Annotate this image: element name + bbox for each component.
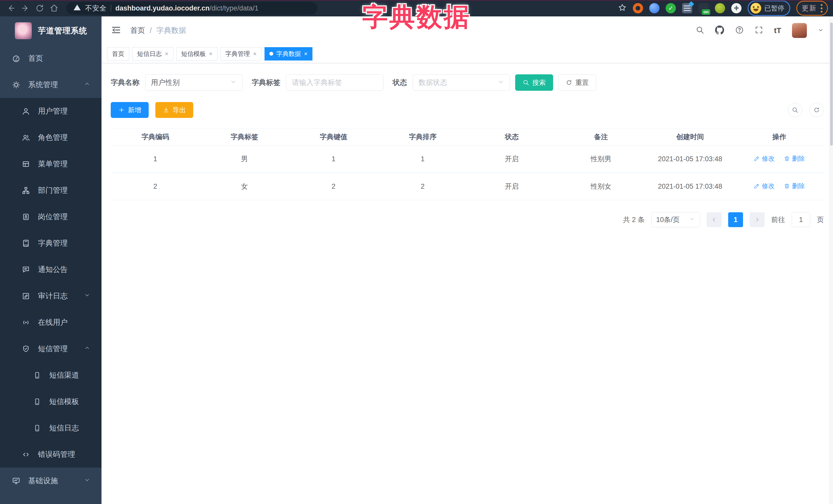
url-divider [111, 5, 111, 12]
close-icon[interactable]: × [304, 51, 308, 57]
dict-label-input[interactable] [286, 74, 383, 91]
reset-button[interactable]: 重置 [558, 74, 596, 91]
user-avatar[interactable] [792, 23, 807, 38]
page-unit-label: 页 [817, 215, 824, 224]
col-header-value: 字典键值 [289, 128, 378, 145]
app-logo [15, 22, 32, 39]
browser-reload-icon[interactable] [34, 2, 46, 14]
sidebar-item-home[interactable]: 首页 [0, 45, 101, 72]
page-scrollbar[interactable] [829, 17, 833, 504]
delete-link[interactable]: 删除 [784, 154, 805, 163]
refresh-table-button[interactable] [809, 103, 824, 117]
extension-sprout-icon[interactable] [715, 3, 725, 13]
app-title: 芋道管理系统 [38, 25, 87, 36]
goto-page-input[interactable] [792, 212, 810, 227]
prev-page-button[interactable] [707, 212, 721, 227]
browser-menu-kebab-icon[interactable] [821, 4, 823, 13]
tab-sms-template[interactable]: 短信模板× [176, 47, 217, 61]
sidebar-item-sms-channel[interactable]: 短信渠道 [0, 362, 101, 388]
sidebar-item-dict-management[interactable]: 字典管理 [0, 230, 101, 256]
sidebar-item-infrastructure[interactable]: 基础设施 [0, 467, 101, 494]
breadcrumb-separator: / [150, 26, 152, 35]
sidebar-item-audit-log[interactable]: 审计日志 [0, 283, 101, 309]
sidebar-item-user-management[interactable]: 用户管理 [0, 98, 101, 124]
edit-link[interactable]: 修改 [754, 182, 775, 190]
table-row[interactable]: 2 女 2 2 开启 性别女 2021-01-05 17:03:48 修改 删除 [111, 173, 824, 200]
annotation-overlay-title: 字典数据 [362, 0, 471, 34]
dashboard-icon [12, 54, 21, 63]
close-icon[interactable]: × [165, 51, 168, 57]
delete-link[interactable]: 删除 [784, 182, 805, 190]
browser-update-button[interactable]: 更新 [796, 1, 828, 16]
monitor-icon [12, 477, 21, 485]
status-select[interactable]: 数据状态 [413, 74, 510, 91]
tags-view-bar: 首页 短信日志× 短信模板× 字典管理× 字典数据× [101, 45, 833, 63]
sidebar-item-system-management[interactable]: 系统管理 [0, 72, 101, 98]
chevron-up-icon [84, 80, 91, 89]
scrollbar-thumb[interactable] [830, 23, 833, 146]
profile-paused-pill[interactable]: 已暂停 [748, 1, 790, 16]
search-button[interactable]: 搜索 [515, 74, 553, 91]
add-button[interactable]: 新增 [111, 102, 149, 118]
next-page-button[interactable] [750, 212, 765, 227]
dict-data-table: 字典编码 字典标签 字典键值 字典排序 状态 备注 创建时间 操作 1 男 1 [111, 128, 824, 200]
extension-orange-icon[interactable] [633, 3, 643, 13]
browser-forward-icon[interactable] [20, 2, 31, 14]
sidebar-item-dept-management[interactable]: 部门管理 [0, 177, 101, 203]
page-content: 字典名称 用户性别 字典标签 状态 数据状态 搜索 [101, 63, 833, 504]
sidebar-collapse-icon[interactable] [111, 25, 121, 37]
bookmark-star-icon[interactable] [618, 3, 627, 13]
browser-back-icon[interactable] [5, 2, 17, 14]
sidebar-item-error-code[interactable]: 错误码管理 [0, 441, 101, 467]
dictionary-book-icon [22, 239, 30, 247]
github-icon[interactable] [715, 25, 724, 35]
toggle-search-button[interactable] [788, 103, 802, 117]
not-secure-warning-icon [73, 4, 81, 13]
font-size-icon[interactable]: tT [774, 26, 781, 35]
status-label: 状态 [392, 78, 407, 88]
chevron-down-icon [84, 291, 91, 301]
help-icon[interactable] [735, 26, 744, 35]
extension-blue-icon[interactable] [649, 3, 660, 13]
tab-sms-log[interactable]: 短信日志× [132, 47, 173, 61]
user-icon [22, 107, 30, 115]
dict-name-select[interactable]: 用户性别 [145, 74, 242, 91]
sidebar-item-notice[interactable]: 通知公告 [0, 256, 101, 283]
table-row[interactable]: 1 男 1 1 开启 性别男 2021-01-05 17:03:48 修改 删除 [111, 145, 824, 173]
sidebar-item-sms-log[interactable]: 短信日志 [0, 415, 101, 441]
search-form: 字典名称 用户性别 字典标签 状态 数据状态 搜索 [111, 74, 824, 91]
sidebar-item-role-management[interactable]: 角色管理 [0, 124, 101, 151]
sidebar-item-sms-management[interactable]: 短信管理 [0, 336, 101, 362]
export-button[interactable]: 导出 [155, 102, 193, 118]
header-search-icon[interactable] [696, 26, 704, 35]
org-tree-icon [22, 186, 30, 195]
extension-green-check-icon[interactable]: ✓ [666, 3, 676, 13]
tab-dict-management[interactable]: 字典管理× [220, 47, 261, 61]
sidebar-item-menu-management[interactable]: 菜单管理 [0, 151, 101, 177]
extension-sliders-icon[interactable] [682, 3, 692, 13]
close-icon[interactable]: × [253, 51, 257, 57]
sidebar-item-sms-template[interactable]: 短信模板 [0, 388, 101, 415]
close-icon[interactable]: × [209, 51, 213, 57]
goto-label: 前往 [771, 215, 785, 224]
table-header-row: 字典编码 字典标签 字典键值 字典排序 状态 备注 创建时间 操作 [111, 128, 824, 145]
breadcrumb-home[interactable]: 首页 [130, 25, 145, 35]
page-size-select[interactable]: 10条/页 [651, 212, 700, 227]
extension-puzzle-icon[interactable]: ✚ [731, 3, 741, 13]
tab-home[interactable]: 首页 [107, 47, 129, 61]
tab-dict-data[interactable]: 字典数据× [264, 47, 312, 61]
edit-link[interactable]: 修改 [754, 154, 775, 163]
avatar-caret-down-icon[interactable] [818, 27, 824, 34]
chevron-down-icon [84, 476, 91, 485]
sidebar-logo-row[interactable]: 芋道管理系统 [0, 17, 101, 45]
fullscreen-icon[interactable] [755, 26, 763, 35]
total-count-label: 共 2 条 [623, 215, 645, 224]
page-number-button[interactable]: 1 [728, 212, 743, 227]
sidebar-item-post-management[interactable]: 岗位管理 [0, 203, 101, 230]
phone-icon [33, 424, 42, 432]
address-bar[interactable]: 不安全 dashboard.yudao.iocoder.cn/dict/type… [66, 2, 317, 15]
extension-on-badge-icon[interactable]: on [698, 3, 709, 13]
sidebar-item-online-users[interactable]: 在线用户 [0, 309, 101, 336]
online-users-icon [22, 318, 30, 327]
browser-home-icon[interactable] [48, 2, 60, 14]
